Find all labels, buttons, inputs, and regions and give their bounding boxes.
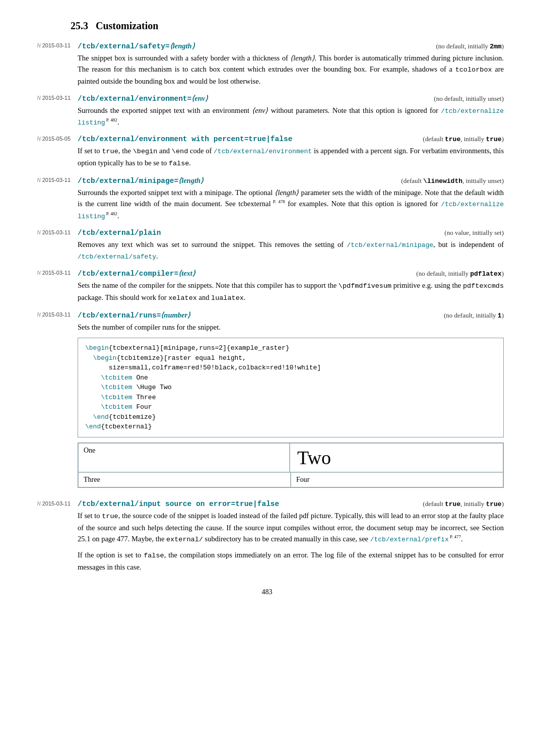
entry-badge-env-percent: N 2015-05-05 [30, 135, 76, 142]
entry-key-input-source: /tcb/external/input source on error=true… [78, 500, 279, 508]
entry-key-compiler: /tcb/external/compiler=⟨text⟩ [78, 269, 195, 278]
entry-desc-env-percent: If set to true, the \begin and \end code… [78, 145, 504, 169]
entry-badge-environment: N 2015-03-11 [30, 94, 76, 101]
raster-demo: One Two Three Four [78, 443, 504, 488]
raster-cell-three: Three [78, 472, 291, 487]
entry-badge-runs: N 2015-03-11 [30, 311, 76, 318]
entry-runs: N 2015-03-11 /tcb/external/runs=⟨number⟩… [30, 311, 504, 493]
entry-default-safety: (no default, initially 2mm) [436, 42, 504, 50]
entry-badge-minipage: N 2015-03-11 [30, 176, 76, 183]
entry-desc-plain: Removes any text which was set to surrou… [78, 239, 504, 262]
entry-default-minipage: (default \linewidth, initially unset) [401, 177, 504, 185]
entry-key-minipage: /tcb/external/minipage=⟨length⟩ [78, 176, 204, 185]
entry-desc-runs: Sets the number of compiler runs for the… [78, 322, 504, 333]
entry-environment: N 2015-03-11 /tcb/external/environment=⟨… [30, 94, 504, 128]
entry-key-env-percent: /tcb/external/environment with percent=t… [78, 135, 292, 143]
page-number: 483 [30, 588, 504, 596]
entry-compiler: N 2015-03-11 /tcb/external/compiler=⟨tex… [30, 269, 504, 304]
entry-badge-safety: N 2015-03-11 [30, 42, 76, 48]
entry-key-environment: /tcb/external/environment=⟨env⟩ [78, 94, 208, 103]
entry-desc-input-source: If set to true, the source code of the s… [78, 510, 504, 573]
entry-minipage: N 2015-03-11 /tcb/external/minipage=⟨len… [30, 176, 504, 222]
entry-default-environment: (no default, initially unset) [434, 95, 504, 103]
entry-plain: N 2015-03-11 /tcb/external/plain (no val… [30, 229, 504, 262]
entry-key-safety: /tcb/external/safety=⟨length⟩ [78, 42, 195, 50]
entry-desc-environment: Surrounds the exported snippet text with… [78, 105, 504, 128]
entry-key-runs: /tcb/external/runs=⟨number⟩ [78, 311, 190, 320]
entry-badge-plain: N 2015-03-11 [30, 229, 76, 235]
raster-cell-one: One [78, 443, 290, 472]
entry-default-plain: (no value, initially set) [444, 229, 504, 237]
entry-badge-compiler: N 2015-03-11 [30, 269, 76, 276]
code-block: \begin{tcbexternal}[minipage,runs=2]{exa… [78, 338, 504, 437]
raster-cell-two: Two [290, 443, 503, 472]
entry-desc-compiler: Sets the name of the compiler for the sn… [78, 280, 504, 304]
entry-desc-safety: The snippet box is surrounded with a saf… [78, 52, 504, 87]
raster-row-2: Three Four [78, 472, 503, 487]
entry-default-env-percent: (default true, initially true) [423, 135, 504, 143]
entry-default-input-source: (default true, initially true) [423, 500, 504, 508]
section-title: 25.3 Customization [71, 20, 504, 32]
entry-badge-input-source: N 2015-03-11 [30, 500, 76, 507]
entry-default-compiler: (no default, initially pdflatex) [416, 270, 504, 278]
entry-key-plain: /tcb/external/plain [78, 229, 161, 237]
entry-safety: N 2015-03-11 /tcb/external/safety=⟨lengt… [30, 42, 504, 87]
entry-env-percent: N 2015-05-05 /tcb/external/environment w… [30, 135, 504, 169]
entry-input-source: N 2015-03-11 /tcb/external/input source … [30, 500, 504, 573]
raster-cell-four: Four [291, 472, 503, 487]
raster-row-1: One Two [78, 443, 503, 472]
entry-desc-minipage: Surrounds the exported snippet text with… [78, 187, 504, 222]
entry-default-runs: (no default, initially 1) [444, 311, 504, 320]
